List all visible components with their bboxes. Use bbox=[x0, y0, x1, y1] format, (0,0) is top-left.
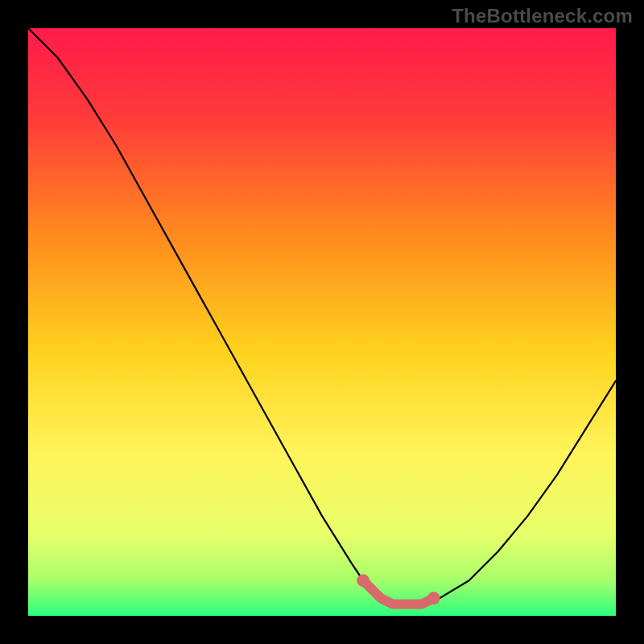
gradient-background bbox=[28, 28, 616, 616]
highlight-start-dot bbox=[357, 574, 369, 587]
watermark-text: TheBottleneck.com bbox=[452, 5, 633, 27]
chart-svg bbox=[28, 28, 616, 616]
highlight-end-dot bbox=[427, 592, 440, 605]
chart-frame: TheBottleneck.com bbox=[0, 0, 644, 644]
plot-area bbox=[28, 28, 616, 616]
